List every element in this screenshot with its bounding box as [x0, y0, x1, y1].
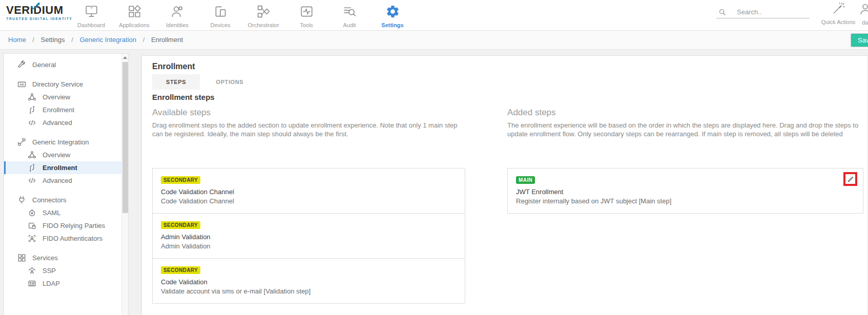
tools-icon: [299, 4, 314, 19]
sidebar-item-ds-enrollment[interactable]: Enrollment: [4, 103, 128, 116]
sidebar-item-ds-overview[interactable]: Overview: [4, 91, 128, 103]
search-input[interactable]: [737, 8, 803, 16]
user-icon: [858, 2, 868, 16]
nav-item-identities[interactable]: Identities: [156, 2, 199, 28]
breadcrumb-home[interactable]: Home: [8, 36, 26, 44]
breadcrumb-enrollment: Enrollment: [151, 36, 183, 44]
breadcrumb-bar: Home / Settings / Generic Integration / …: [0, 31, 868, 50]
added-steps-column: Added steps The enrollment experience wi…: [507, 108, 863, 304]
wrench-icon: [17, 60, 26, 69]
nav-item-applications[interactable]: Applications: [113, 2, 156, 28]
sidebar-item-generic-integration[interactable]: Generic Integration: [4, 136, 128, 149]
audit-icon: [342, 4, 357, 19]
breadcrumb: Home / Settings / Generic Integration / …: [8, 36, 183, 44]
steps-columns: Available steps Drag enrollment steps to…: [152, 108, 863, 304]
settings-icon: [385, 4, 400, 19]
available-step-card-code-validation-channel[interactable]: SECONDARY Code Validation Channel Code V…: [152, 168, 465, 214]
grid-icon: [17, 254, 26, 262]
secondary-badge: SECONDARY: [161, 221, 200, 229]
breadcrumb-generic-integration[interactable]: Generic Integration: [79, 36, 136, 44]
sidebar-list: General AD Directory Service Overview: [4, 54, 128, 290]
veridium-logo[interactable]: VERIDIUM TRUSTED DIGITAL IDENTITY: [6, 5, 73, 20]
edit-step-button[interactable]: [843, 172, 857, 186]
sidebar-scrollbar-thumb[interactable]: [122, 62, 128, 213]
logo-tagline: TRUSTED DIGITAL IDENTITY: [6, 17, 73, 20]
quick-actions-button[interactable]: Quick Actions: [819, 2, 858, 25]
added-steps-description: The enrollment experience will be based …: [507, 121, 863, 138]
available-steps-description: Drag enrollment steps to the added secti…: [152, 121, 465, 138]
nav-label: Tools: [285, 22, 328, 28]
nav-label: Identities: [156, 22, 199, 28]
sidebar-item-saml[interactable]: SAML: [4, 206, 128, 219]
ldap-icon: [28, 279, 36, 288]
available-steps-title: Available steps: [152, 108, 465, 118]
nav-item-devices[interactable]: Devices: [199, 2, 242, 28]
nav-item-orchestrator[interactable]: Orchestrator: [242, 2, 285, 28]
sidebar-item-fido-relying-parties[interactable]: FIDO Relying Parties: [4, 219, 128, 232]
sidebar-item-services[interactable]: Services: [4, 251, 128, 264]
sidebar-item-gi-enrollment[interactable]: Enrollment: [4, 161, 128, 174]
sidebar-item-connectors[interactable]: Connectors: [4, 194, 128, 206]
available-step-card-admin-validation[interactable]: SECONDARY Admin Validation Admin Validat…: [152, 213, 465, 259]
nodes-icon: [28, 151, 36, 159]
ssp-icon: [28, 266, 36, 275]
svg-text:AD: AD: [19, 83, 24, 86]
sidebar-item-general[interactable]: General: [4, 58, 128, 71]
step-title: JWT Enrollment: [516, 188, 855, 196]
breadcrumb-settings: Settings: [41, 36, 65, 44]
step-title: Code Validation Channel: [161, 188, 457, 196]
scrollbar-up-arrow[interactable]: [122, 54, 128, 61]
dashboard-icon: [84, 4, 99, 19]
sidebar-item-fido-authenticators[interactable]: FIDO Authenticators: [4, 232, 128, 245]
tab-options[interactable]: OPTIONS: [202, 74, 258, 90]
code-icon: [28, 176, 36, 185]
sidebar-item-gi-advanced[interactable]: Advanced: [4, 174, 128, 187]
sidebar-item-ldap[interactable]: LDAP: [4, 277, 128, 290]
sidebar-scrollbar[interactable]: [121, 54, 128, 315]
step-description: Code Validation Channel: [161, 197, 457, 205]
sidebar-item-gi-overview[interactable]: Overview: [4, 149, 128, 161]
main-badge: MAIN: [516, 176, 535, 184]
step-title: Admin Validation: [161, 233, 457, 241]
fido-auth-icon: [28, 234, 36, 243]
quick-actions-label: Quick Actions: [819, 19, 858, 25]
code-icon: [28, 118, 36, 127]
page: VERIDIUM TRUSTED DIGITAL IDENTITY Dashbo…: [0, 0, 868, 315]
nav-label: Audit: [328, 22, 371, 28]
tab-steps[interactable]: STEPS: [152, 74, 200, 90]
main-panel: Enrollment STEPS OPTIONS Enrollment step…: [141, 55, 868, 315]
sidebar-item-ssp[interactable]: SSP: [4, 264, 128, 277]
content-area: General AD Directory Service Overview: [0, 50, 868, 315]
added-step-card-jwt-enrollment[interactable]: MAIN JWT Enrollment Register internally …: [507, 168, 863, 214]
nav-label: Applications: [113, 22, 156, 28]
step-title: Code Validation: [161, 278, 457, 286]
added-steps-list: MAIN JWT Enrollment Register internally …: [507, 168, 863, 214]
added-steps-title: Added steps: [507, 108, 863, 118]
enrollment-icon: [28, 163, 36, 172]
identities-icon: [170, 4, 185, 19]
search-box: [716, 6, 810, 18]
nav-item-tools[interactable]: Tools: [285, 2, 328, 28]
nav-item-audit[interactable]: Audit: [328, 2, 371, 28]
user-label: da: [855, 19, 868, 26]
breadcrumb-separator: /: [143, 36, 145, 44]
sidebar-item-ds-advanced[interactable]: Advanced: [4, 116, 128, 129]
integration-icon: [17, 138, 26, 146]
nav-label: Dashboard: [70, 22, 113, 28]
available-steps-list: SECONDARY Code Validation Channel Code V…: [152, 168, 465, 304]
top-header: VERIDIUM TRUSTED DIGITAL IDENTITY Dashbo…: [0, 0, 868, 31]
step-description: Admin Validation: [161, 242, 457, 250]
available-step-card-code-validation[interactable]: SECONDARY Code Validation Validate accou…: [152, 258, 465, 304]
main-nav: Dashboard Applications Identities: [70, 2, 414, 28]
orchestrator-icon: [256, 4, 271, 19]
nav-item-settings[interactable]: Settings: [371, 2, 414, 28]
user-menu[interactable]: da: [855, 2, 868, 26]
sidebar-item-directory-service[interactable]: AD Directory Service: [4, 78, 128, 91]
nav-item-dashboard[interactable]: Dashboard: [70, 2, 113, 28]
save-button[interactable]: Save: [851, 33, 868, 47]
ad-icon: AD: [17, 80, 26, 89]
devices-icon: [213, 4, 228, 19]
nodes-icon: [28, 93, 36, 101]
available-steps-column: Available steps Drag enrollment steps to…: [152, 108, 465, 304]
nav-label: Orchestrator: [242, 22, 285, 28]
